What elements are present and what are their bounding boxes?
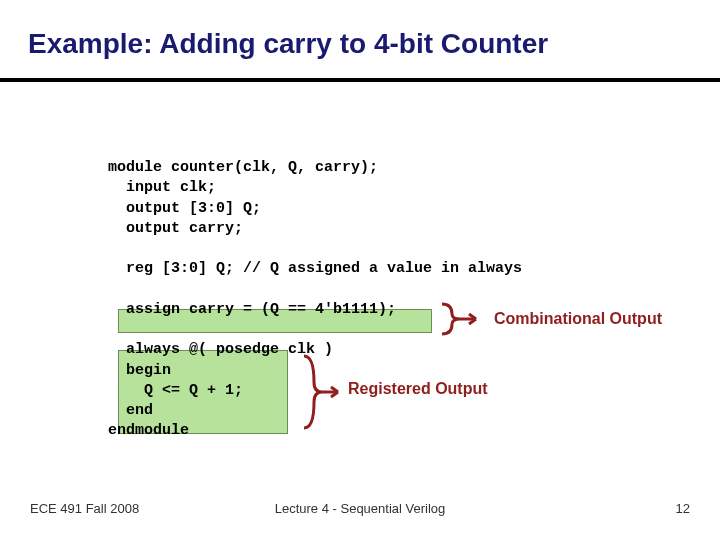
footer-center: Lecture 4 - Sequential Verilog — [0, 501, 720, 516]
slide-title: Example: Adding carry to 4-bit Counter — [28, 28, 548, 60]
code-block: module counter(clk, Q, carry); input clk… — [108, 158, 720, 442]
slide: Example: Adding carry to 4-bit Counter m… — [0, 0, 720, 540]
footer-page-number: 12 — [676, 501, 690, 516]
title-rule — [0, 78, 720, 82]
